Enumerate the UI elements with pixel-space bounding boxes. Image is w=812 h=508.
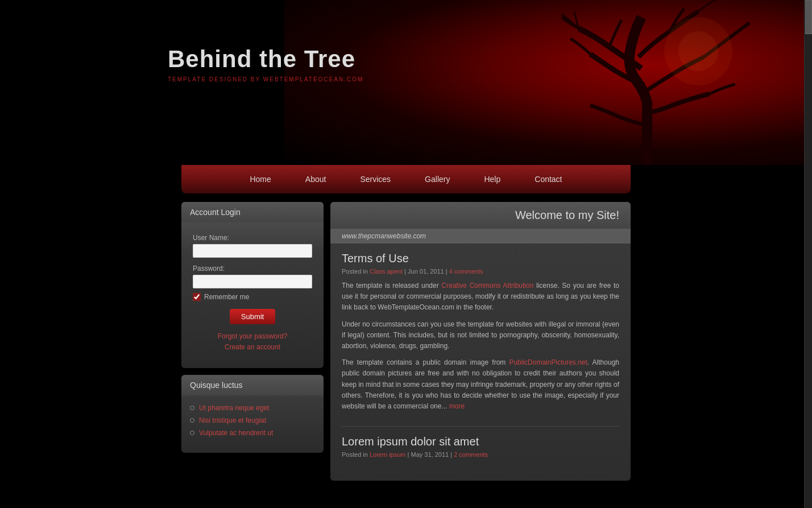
header: Behind the Tree TEMPLATE DESIGNED BY WEB… xyxy=(0,0,812,165)
scrollbar[interactable] xyxy=(804,0,812,508)
nav-wrapper: Home About Services Gallery Help Contact xyxy=(181,165,631,193)
article-meta-2: Posted in Lorem ipsum | May 31, 2011 | 2… xyxy=(342,451,619,458)
nav-item-contact[interactable]: Contact xyxy=(517,166,579,192)
login-header: Account Login xyxy=(181,202,324,222)
article-paragraph-3: The template contains a public domain im… xyxy=(342,357,619,412)
article-title-2: Lorem ipsum dolor sit amet xyxy=(342,435,619,448)
login-body: User Name: Password: Remember me Submit … xyxy=(181,222,324,368)
article-comments-link-2[interactable]: 2 comments xyxy=(454,451,488,458)
password-input[interactable] xyxy=(193,275,312,288)
remember-checkbox[interactable] xyxy=(193,293,201,301)
nav-item-gallery[interactable]: Gallery xyxy=(408,166,467,192)
username-label: User Name: xyxy=(193,234,312,242)
list-item: Vulputate ac hendrerit ut xyxy=(190,429,315,437)
list-item: Nisi tristique et feugiat xyxy=(190,416,315,424)
site-subtitle: TEMPLATE DESIGNED BY WEBTEMPLATEOCEAN.CO… xyxy=(168,76,363,82)
article-lorem-ipsum: Lorem ipsum dolor sit amet Posted in Lor… xyxy=(342,435,619,458)
article-category-link[interactable]: Class apent xyxy=(370,268,403,275)
article-category-link-2[interactable]: Lorem ipsum xyxy=(370,451,406,458)
list-item: Ut pharetra neque eget xyxy=(190,404,315,412)
login-box: Account Login User Name: Password: Remem… xyxy=(181,202,324,368)
create-account-link[interactable]: Create an account xyxy=(193,343,312,351)
main-body: Terms of Use Posted in Class apent | Jun… xyxy=(330,243,631,481)
article-paragraph-2: Under no circumstances can you use the t… xyxy=(342,319,619,352)
submit-button[interactable]: Submit xyxy=(230,309,275,324)
tree-silhouette-icon xyxy=(494,0,778,165)
nav-item-services[interactable]: Services xyxy=(343,166,408,192)
scrollbar-thumb[interactable] xyxy=(805,0,812,34)
quisque-header: Quisque luctus xyxy=(181,375,324,395)
article-meta: Posted in Class apent | Jun 01, 2011 | 4… xyxy=(342,268,619,275)
site-title: Behind the Tree xyxy=(168,46,363,73)
svg-point-1 xyxy=(678,31,718,71)
quisque-link-2[interactable]: Nisi tristique et feugiat xyxy=(199,416,266,424)
remember-label: Remember me xyxy=(204,293,249,301)
quisque-body: Ut pharetra neque eget Nisi tristique et… xyxy=(181,395,324,453)
quisque-link-1[interactable]: Ut pharetra neque eget xyxy=(199,404,269,412)
creative-commons-link[interactable]: Creative Commons Attribution xyxy=(441,282,533,290)
article-title: Terms of Use xyxy=(342,252,619,265)
forgot-password-link[interactable]: Forgot your password? xyxy=(193,332,312,340)
more-link-1[interactable]: more xyxy=(449,402,465,410)
main-nav: Home About Services Gallery Help Contact xyxy=(181,165,631,193)
welcome-header: Welcome to my Site! xyxy=(330,202,631,229)
username-input[interactable] xyxy=(193,244,312,258)
header-text: Behind the Tree TEMPLATE DESIGNED BY WEB… xyxy=(168,46,363,82)
article-date-2: May 31, 2011 xyxy=(411,451,449,458)
quisque-box: Quisque luctus Ut pharetra neque eget Ni… xyxy=(181,375,324,453)
bullet-icon xyxy=(190,418,194,423)
public-domain-link[interactable]: PublicDomainPictures.net xyxy=(509,358,587,366)
bullet-icon xyxy=(190,431,194,435)
quisque-link-3[interactable]: Vulputate ac hendrerit ut xyxy=(199,429,273,437)
nav-item-home[interactable]: Home xyxy=(233,166,288,192)
nav-item-help[interactable]: Help xyxy=(467,166,517,192)
article-paragraph-1: The template is released under Creative … xyxy=(342,280,619,313)
password-label: Password: xyxy=(193,265,312,272)
remember-row: Remember me xyxy=(193,293,312,301)
site-url-bar: www.thepcmanwebsite.com xyxy=(330,229,631,243)
article-divider xyxy=(342,426,619,427)
main-content: Welcome to my Site! www.thepcmanwebsite.… xyxy=(330,202,631,481)
sidebar: Account Login User Name: Password: Remem… xyxy=(181,202,324,481)
content-wrapper: Account Login User Name: Password: Remem… xyxy=(181,202,631,481)
meta-prefix: Posted in xyxy=(342,268,368,275)
article-date: Jun 01, 2011 xyxy=(408,268,444,275)
article-terms-of-use: Terms of Use Posted in Class apent | Jun… xyxy=(342,252,619,412)
nav-item-about[interactable]: About xyxy=(288,166,343,192)
article-comments-link[interactable]: 4 comments xyxy=(449,268,483,275)
bullet-icon xyxy=(190,406,194,410)
meta-prefix-2: Posted in xyxy=(342,451,368,458)
